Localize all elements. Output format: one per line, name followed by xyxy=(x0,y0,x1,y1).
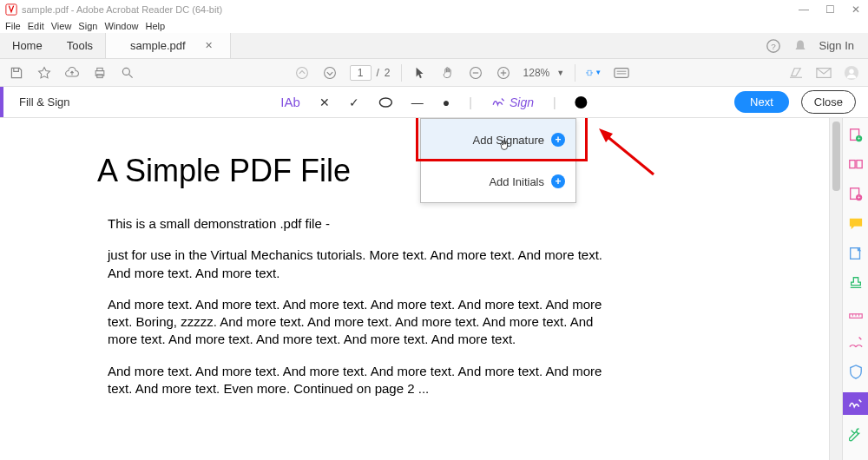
line-tool[interactable]: — xyxy=(411,95,424,109)
plus-icon: + xyxy=(551,133,565,147)
measure-icon[interactable] xyxy=(847,304,865,321)
page-up-icon[interactable] xyxy=(294,65,310,81)
page-total: 2 xyxy=(385,67,391,79)
check-tool[interactable]: ✓ xyxy=(349,95,359,109)
minimize-button[interactable]: — xyxy=(797,3,811,16)
separator xyxy=(575,64,575,82)
paragraph: And more text. And more text. And more t… xyxy=(108,296,625,349)
document-tab-label: sample.pdf xyxy=(130,39,186,52)
mail-icon[interactable] xyxy=(816,65,832,81)
bell-icon[interactable] xyxy=(793,39,807,53)
svg-point-22 xyxy=(849,69,853,73)
menu-window[interactable]: Window xyxy=(104,21,138,31)
add-initials-item[interactable]: Add Initials + xyxy=(421,161,575,202)
create-pdf-icon[interactable]: + xyxy=(847,127,865,144)
print-icon[interactable] xyxy=(92,65,108,81)
main-toolbar: 1 / 2 128%▼ ▼ xyxy=(0,59,868,87)
home-tab[interactable]: Home xyxy=(0,33,55,58)
zoom-out-icon[interactable] xyxy=(468,65,483,81)
circle-tool[interactable] xyxy=(378,97,392,108)
app-icon xyxy=(5,3,17,16)
select-tool-icon[interactable] xyxy=(412,65,428,81)
paragraph: And more text. And more text. And more t… xyxy=(108,363,625,398)
scrollbar[interactable] xyxy=(829,118,842,460)
window-title: sample.pdf - Adobe Acrobat Reader DC (64… xyxy=(22,4,222,15)
scrollbar-thumb[interactable] xyxy=(832,122,840,191)
help-icon[interactable]: ? xyxy=(766,38,781,54)
menu-help[interactable]: Help xyxy=(146,21,166,31)
add-initials-label: Add Initials xyxy=(489,175,544,188)
sign-dropdown: Add Signature + Add Initials + xyxy=(420,118,576,203)
svg-point-9 xyxy=(324,67,335,78)
zoom-in-icon[interactable] xyxy=(496,65,511,81)
svg-line-7 xyxy=(129,74,133,77)
menu-file[interactable]: File xyxy=(5,21,21,31)
cursor-pointer-icon xyxy=(498,139,510,153)
cloud-icon[interactable] xyxy=(64,65,80,81)
svg-rect-29 xyxy=(849,161,854,168)
close-tab-icon[interactable]: ✕ xyxy=(205,40,213,51)
cross-tool[interactable]: ✕ xyxy=(319,95,330,109)
maximize-button[interactable]: ☐ xyxy=(823,3,837,16)
share-icon[interactable] xyxy=(847,245,865,262)
annotation-arrow xyxy=(597,127,658,179)
side-panel: + + xyxy=(842,118,868,460)
stamp-icon[interactable] xyxy=(847,274,865,292)
save-icon[interactable] xyxy=(9,65,24,81)
fill-sign-bar: Fill & Sign IAb ✕ ✓ — ● | Sign | Next Cl… xyxy=(0,87,868,118)
star-icon[interactable] xyxy=(36,65,52,81)
document-area[interactable]: A Simple PDF File This is a small demons… xyxy=(0,118,829,460)
tab-strip: Home Tools sample.pdf ✕ ? Sign In xyxy=(0,33,868,59)
erase-icon[interactable] xyxy=(788,65,804,81)
sign-button[interactable]: Sign xyxy=(491,95,534,109)
svg-rect-16 xyxy=(615,68,628,77)
page-down-icon[interactable] xyxy=(322,65,338,81)
menu-sign[interactable]: Sign xyxy=(78,21,97,31)
svg-point-6 xyxy=(122,68,129,75)
text-tool[interactable]: IAb xyxy=(280,95,300,109)
color-picker[interactable] xyxy=(575,96,588,108)
sign-in-link[interactable]: Sign In xyxy=(819,39,854,52)
fit-width-icon[interactable]: ▼ xyxy=(586,65,602,81)
fill-sign-tools: IAb ✕ ✓ — ● | Sign | xyxy=(280,95,587,109)
next-button[interactable]: Next xyxy=(734,91,789,113)
separator xyxy=(401,64,402,82)
plus-icon: + xyxy=(551,174,565,188)
close-window-button[interactable]: ✕ xyxy=(849,3,863,16)
svg-rect-4 xyxy=(97,68,102,70)
menu-edit[interactable]: Edit xyxy=(28,21,44,31)
svg-line-24 xyxy=(606,135,654,174)
menu-view[interactable]: View xyxy=(51,21,72,31)
svg-rect-30 xyxy=(856,161,861,168)
document-tab[interactable]: sample.pdf ✕ xyxy=(105,33,231,58)
combine-icon[interactable] xyxy=(847,156,865,174)
edit-pdf-icon[interactable]: + xyxy=(847,186,865,203)
svg-text:?: ? xyxy=(771,41,776,50)
fill-sign-panel-icon[interactable] xyxy=(843,392,869,415)
close-button[interactable]: Close xyxy=(801,90,856,114)
page-sep: / xyxy=(377,67,379,79)
svg-point-23 xyxy=(379,98,391,107)
tools-tab[interactable]: Tools xyxy=(55,33,105,58)
zoom-level[interactable]: 128%▼ xyxy=(523,67,565,79)
profile-icon[interactable] xyxy=(844,65,859,81)
read-mode-icon[interactable] xyxy=(614,65,629,81)
menubar: File Edit View Sign Window Help xyxy=(0,19,868,33)
paragraph: This is a small demonstration .pdf file … xyxy=(108,215,625,233)
certificates-icon[interactable] xyxy=(847,333,865,351)
protect-icon[interactable] xyxy=(847,363,865,380)
svg-rect-15 xyxy=(588,70,591,76)
workspace: A Simple PDF File This is a small demons… xyxy=(0,118,868,460)
svg-point-8 xyxy=(296,67,307,78)
window-controls: — ☐ ✕ xyxy=(797,3,863,16)
comment-icon[interactable] xyxy=(847,215,865,233)
titlebar: sample.pdf - Adobe Acrobat Reader DC (64… xyxy=(0,0,868,19)
more-tools-icon[interactable] xyxy=(847,427,865,444)
fill-sign-label: Fill & Sign xyxy=(3,95,86,108)
dot-tool[interactable]: ● xyxy=(443,95,450,109)
hand-tool-icon[interactable] xyxy=(440,65,456,81)
chevron-down-icon: ▼ xyxy=(556,69,564,77)
search-icon[interactable] xyxy=(120,65,135,81)
page-current[interactable]: 1 xyxy=(350,65,372,81)
svg-text:+: + xyxy=(857,135,860,141)
